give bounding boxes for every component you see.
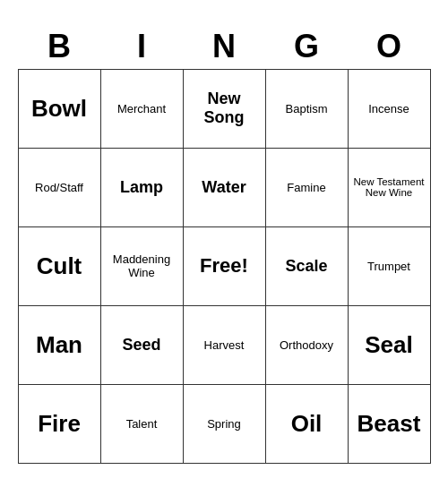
bingo-cell: Cult bbox=[18, 226, 100, 305]
bingo-cell: Seed bbox=[100, 305, 183, 384]
bingo-cell: Orthodoxy bbox=[265, 305, 348, 384]
bingo-cell: Bowl bbox=[18, 69, 100, 148]
bingo-cell: Rod/Staff bbox=[18, 148, 100, 226]
bingo-cell: Merchant bbox=[100, 69, 183, 148]
bingo-cell: Beast bbox=[348, 384, 430, 463]
bingo-cell: Fire bbox=[18, 384, 100, 463]
bingo-cell: Maddening Wine bbox=[100, 226, 183, 305]
bingo-cell: Lamp bbox=[100, 148, 183, 226]
bingo-cell: Incense bbox=[348, 69, 430, 148]
bingo-header-letter: N bbox=[183, 24, 265, 69]
bingo-header-letter: I bbox=[100, 24, 183, 69]
bingo-cell: New Song bbox=[183, 69, 265, 148]
bingo-header-letter: O bbox=[348, 24, 430, 69]
bingo-cell: Talent bbox=[100, 384, 183, 463]
bingo-cell: Baptism bbox=[265, 69, 348, 148]
bingo-header: BINGO bbox=[18, 24, 430, 69]
bingo-board: BowlMerchantNew SongBaptismIncenseRod/St… bbox=[18, 69, 431, 464]
bingo-cell: Spring bbox=[183, 384, 265, 463]
bingo-cell: Man bbox=[18, 305, 100, 384]
bingo-cell: Famine bbox=[265, 148, 348, 226]
bingo-cell: Oil bbox=[265, 384, 348, 463]
bingo-cell: Seal bbox=[348, 305, 430, 384]
bingo-cell: Harvest bbox=[183, 305, 265, 384]
bingo-header-letter: G bbox=[265, 24, 348, 69]
bingo-cell: Trumpet bbox=[348, 226, 430, 305]
bingo-cell: Free! bbox=[183, 226, 265, 305]
bingo-cell: Scale bbox=[265, 226, 348, 305]
bingo-cell: New Testament New Wine bbox=[348, 148, 430, 226]
bingo-header-letter: B bbox=[18, 24, 100, 69]
bingo-cell: Water bbox=[183, 148, 265, 226]
